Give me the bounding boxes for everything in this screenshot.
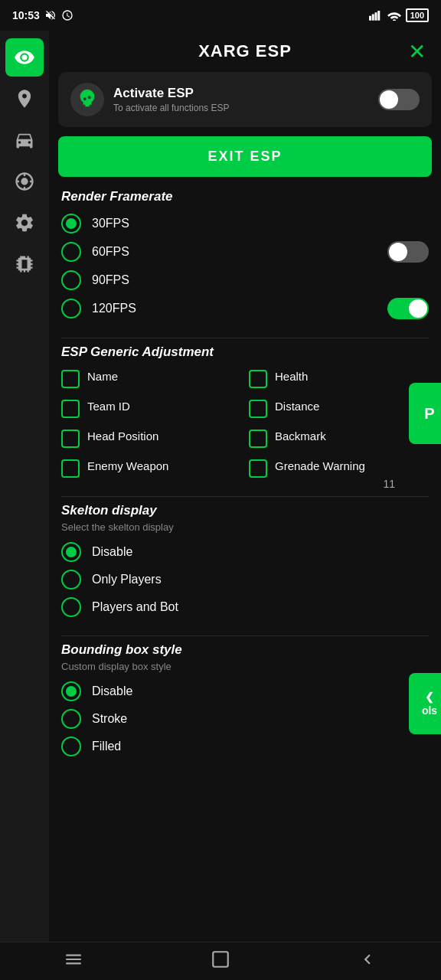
bbox-stroke-radio[interactable]: [61, 709, 81, 729]
exit-esp-button[interactable]: EXIT ESP: [58, 136, 432, 177]
battery-icon: 100: [406, 8, 429, 22]
checkbox-health-box[interactable]: [249, 370, 267, 388]
menu-icon: [64, 949, 83, 969]
fps-30-item[interactable]: 30FPS: [61, 214, 429, 234]
bbox-filled[interactable]: Filled: [61, 737, 429, 756]
back-icon: [358, 949, 377, 969]
checkbox-head-position-label: Head Position: [87, 429, 158, 444]
sidebar-item-eye[interactable]: [5, 38, 44, 77]
sidebar: [0, 31, 49, 942]
bbox-filled-radio[interactable]: [61, 737, 81, 756]
checkbox-enemy-weapon-box[interactable]: [61, 459, 80, 478]
fps-120-toggle-knob: [409, 299, 427, 318]
sidebar-item-chip[interactable]: [5, 245, 44, 283]
bbox-stroke-label: Stroke: [92, 712, 127, 726]
fps-60-radio[interactable]: [61, 242, 81, 262]
fps-120-toggle[interactable]: [387, 298, 429, 319]
close-button[interactable]: ✕: [408, 39, 426, 64]
esp-generic-section: ESP Generic Adjustment Name Health Team …: [49, 345, 441, 490]
activate-left: Activate ESP To activate all functions E…: [70, 83, 229, 116]
checkbox-backmark[interactable]: Backmark: [249, 429, 429, 448]
checkbox-head-position[interactable]: Head Position: [61, 429, 241, 448]
wifi-icon: [387, 10, 401, 21]
checkbox-head-position-box[interactable]: [61, 430, 80, 448]
sidebar-item-location[interactable]: [5, 80, 44, 118]
svg-rect-4: [213, 952, 228, 967]
float-arrow-label: ❮: [425, 691, 434, 703]
fps-radio-group: 30FPS 60FPS 90FPS: [61, 214, 429, 319]
svg-rect-2: [374, 12, 377, 21]
skelton-only-players-label: Only Players: [92, 573, 162, 586]
main-layout: XARG ESP ✕ Activate ESP To activate all …: [0, 31, 441, 942]
bounding-box-title: Bounding box style: [61, 642, 429, 658]
checkbox-grenade-warning-label: Grenade Warning: [275, 459, 365, 474]
status-bar: 10:53 100: [0, 0, 441, 31]
bbox-stroke[interactable]: Stroke: [61, 709, 429, 729]
status-left: 10:53: [12, 9, 74, 21]
sidebar-item-gear[interactable]: [5, 204, 44, 242]
checkbox-name[interactable]: Name: [61, 369, 241, 388]
car-icon: [14, 129, 35, 151]
skelton-players-bot-label: Players and Bot: [92, 600, 178, 614]
float-tools-button[interactable]: ❮ ols: [409, 673, 441, 734]
skelton-display-section: Skelton display Select the skelton displ…: [49, 503, 441, 629]
gear-icon: [14, 212, 35, 234]
fps-90-radio[interactable]: [61, 270, 81, 290]
divider-3: [61, 635, 429, 636]
bounding-box-subtitle: Custom display box style: [61, 661, 429, 672]
skelton-only-players-radio[interactable]: [61, 570, 81, 590]
checkbox-grenade-warning-box[interactable]: [249, 459, 267, 478]
bottom-nav: [0, 942, 441, 980]
bottom-nav-back[interactable]: [358, 949, 377, 974]
float-p-button[interactable]: P: [409, 383, 441, 444]
bbox-disable[interactable]: Disable: [61, 681, 429, 701]
toggle-knob: [380, 90, 398, 109]
checkbox-grenade-warning[interactable]: Grenade Warning: [249, 459, 429, 478]
checkbox-backmark-box[interactable]: [249, 430, 267, 448]
skelton-players-bot-radio[interactable]: [61, 597, 81, 617]
sidebar-item-car[interactable]: [5, 121, 44, 159]
checkbox-teamid[interactable]: Team ID: [61, 399, 241, 418]
bottom-nav-menu[interactable]: [64, 949, 83, 974]
skelton-players-bot[interactable]: Players and Bot: [61, 597, 429, 617]
fps-60-toggle[interactable]: [387, 241, 429, 263]
fps-30-radio[interactable]: [61, 214, 81, 234]
home-icon: [211, 949, 230, 969]
divider-2: [61, 496, 429, 497]
fps-90-item[interactable]: 90FPS: [61, 270, 429, 290]
esp-generic-title: ESP Generic Adjustment: [61, 345, 429, 360]
skelton-title: Skelton display: [61, 503, 429, 518]
divider-1: [61, 338, 429, 338]
eye-icon: [14, 47, 35, 68]
chip-icon: [14, 253, 35, 275]
fps-120-label: 120FPS: [92, 302, 136, 315]
activate-toggle[interactable]: [378, 89, 420, 110]
skelton-only-players[interactable]: Only Players: [61, 570, 429, 590]
checkbox-teamid-box[interactable]: [61, 400, 80, 418]
activate-subtitle: To activate all functions ESP: [113, 103, 229, 113]
checkbox-distance[interactable]: Distance: [249, 399, 429, 418]
skelton-disable[interactable]: Disable: [61, 542, 429, 562]
fps-60-label: 60FPS: [92, 245, 129, 259]
checkbox-health[interactable]: Health: [249, 369, 429, 388]
fps-60-item[interactable]: 60FPS: [61, 241, 429, 263]
bounding-box-radio-group: Disable Stroke Filled: [61, 681, 429, 756]
esp-checkbox-grid: Name Health Team ID Distance Head Positi…: [61, 369, 429, 478]
checkbox-distance-label: Distance: [275, 399, 319, 414]
checkbox-enemy-weapon[interactable]: Enemy Weapon: [61, 459, 241, 478]
checkbox-enemy-weapon-label: Enemy Weapon: [87, 459, 168, 474]
fps-120-item[interactable]: 120FPS: [61, 298, 429, 319]
signal-icon: [369, 10, 383, 21]
bottom-nav-home[interactable]: [211, 949, 230, 974]
skelton-disable-radio[interactable]: [61, 542, 81, 562]
activate-text: Activate ESP To activate all functions E…: [113, 86, 229, 113]
bbox-disable-radio[interactable]: [61, 681, 81, 701]
app-title: XARG ESP: [198, 41, 292, 61]
fps-30-label: 30FPS: [92, 217, 129, 230]
checkbox-distance-box[interactable]: [249, 400, 267, 418]
mute-icon: [44, 9, 57, 21]
render-framerate-title: Render Framerate: [61, 189, 429, 204]
checkbox-name-box[interactable]: [61, 370, 80, 388]
fps-120-radio[interactable]: [61, 299, 81, 318]
sidebar-item-crosshair[interactable]: [5, 162, 44, 201]
